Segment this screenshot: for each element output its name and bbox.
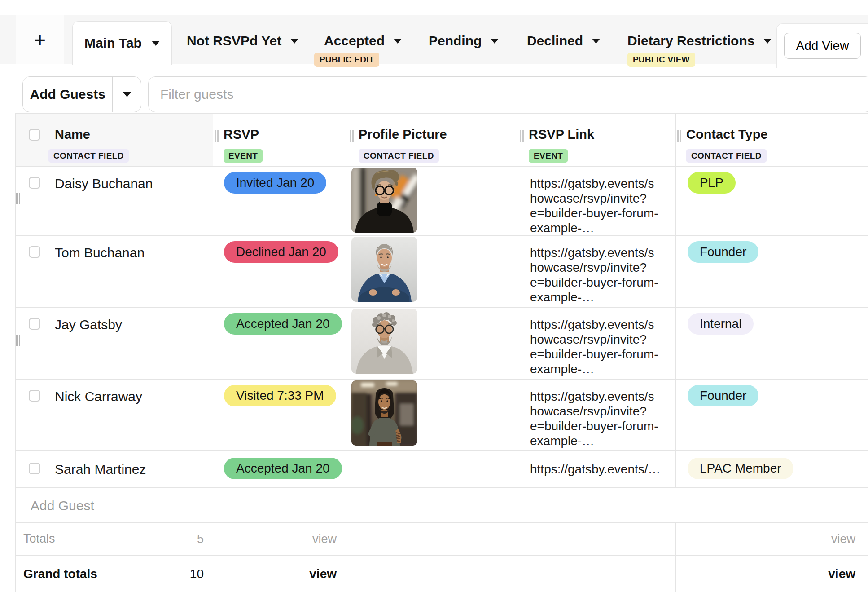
- row-checkbox[interactable]: [29, 246, 40, 258]
- guest-list-app: + Main Tab Not RSVPd Yet Accepted Pendin…: [0, 0, 868, 592]
- grid-line: [15, 487, 868, 488]
- grid-line: [15, 113, 868, 114]
- row-checkbox[interactable]: [29, 177, 40, 189]
- tab-main-tab[interactable]: Main Tab: [72, 21, 172, 65]
- tab-label: Main Tab: [84, 35, 142, 51]
- add-guest-row[interactable]: Add Guest: [31, 498, 94, 513]
- field-type-badge: CONTACT FIELD: [686, 149, 767, 163]
- rsvp-status-pill[interactable]: Accepted Jan 20: [224, 458, 342, 479]
- field-type-badge: CONTACT FIELD: [359, 149, 439, 163]
- column-header-rsvp[interactable]: RSVP: [224, 127, 259, 142]
- column-header-contact-type[interactable]: Contact Type: [686, 127, 768, 142]
- plus-icon: +: [34, 29, 46, 51]
- tab-not-rsvpd-yet[interactable]: Not RSVPd Yet: [187, 33, 298, 49]
- tab-accepted[interactable]: Accepted: [324, 33, 402, 49]
- grid-line: [15, 555, 868, 556]
- grid-line: [348, 522, 348, 592]
- contact-type-pill[interactable]: PLP: [688, 172, 736, 194]
- select-all-checkbox[interactable]: [29, 129, 40, 141]
- rsvp-status-pill[interactable]: Visited 7:33 PM: [224, 385, 336, 406]
- chevron-down-icon[interactable]: [394, 39, 402, 44]
- row-drag-handle-icon[interactable]: [16, 193, 20, 204]
- contact-type-pill[interactable]: LPAC Member: [688, 458, 793, 479]
- grid-line: [15, 450, 868, 451]
- add-view-panel: Add View: [776, 23, 868, 68]
- add-guests-button[interactable]: Add Guests: [23, 77, 112, 112]
- tab-label: Pending: [429, 33, 482, 49]
- contact-type-pill[interactable]: Founder: [688, 241, 758, 263]
- add-guests-split-button[interactable]: Add Guests: [22, 76, 141, 112]
- filter-guests-input[interactable]: [148, 76, 868, 112]
- row-checkbox[interactable]: [29, 463, 40, 474]
- contact-type-pill[interactable]: Internal: [688, 313, 754, 335]
- add-view-button[interactable]: Add View: [784, 33, 861, 59]
- grid-line: [518, 522, 518, 592]
- guest-name[interactable]: Sarah Martinez: [55, 462, 146, 477]
- profile-photo[interactable]: [351, 168, 417, 233]
- grid-line: [15, 522, 868, 523]
- tab-label: Not RSVPd Yet: [187, 33, 281, 49]
- public-view-badge: PUBLIC VIEW: [627, 53, 695, 67]
- grid-line: [15, 379, 868, 380]
- guest-name[interactable]: Daisy Buchanan: [55, 176, 153, 191]
- public-edit-badge: PUBLIC EDIT: [314, 53, 379, 67]
- totals-view-link[interactable]: view: [675, 532, 855, 546]
- grand-totals-view-link[interactable]: view: [675, 567, 855, 581]
- field-type-badge: EVENT: [529, 149, 568, 163]
- grid-line: [15, 113, 16, 592]
- grand-totals-view-link[interactable]: view: [213, 567, 337, 581]
- grid-line: [518, 113, 518, 487]
- row-checkbox[interactable]: [29, 390, 40, 402]
- row-drag-handle-icon[interactable]: [16, 335, 20, 346]
- tab-declined[interactable]: Declined: [527, 33, 600, 49]
- chevron-down-icon[interactable]: [592, 39, 600, 44]
- contact-type-pill[interactable]: Founder: [688, 385, 758, 406]
- grid-line: [213, 113, 213, 592]
- totals-view-link[interactable]: view: [213, 532, 337, 546]
- profile-photo[interactable]: [351, 380, 417, 446]
- grid-line: [15, 307, 868, 308]
- rsvp-status-pill[interactable]: Accepted Jan 20: [224, 313, 342, 335]
- grid-line: [15, 235, 868, 236]
- chevron-down-icon[interactable]: [290, 39, 298, 44]
- guest-name[interactable]: Jay Gatsby: [55, 317, 122, 332]
- totals-count: 5: [15, 532, 204, 546]
- chevron-down-icon: [123, 92, 131, 97]
- column-header-profile-picture[interactable]: Profile Picture: [359, 127, 447, 142]
- rsvp-link[interactable]: https://gatsby.events/s howcase/rsvp/inv…: [530, 176, 658, 235]
- column-header-name[interactable]: Name: [55, 127, 90, 142]
- chevron-down-icon[interactable]: [763, 39, 772, 44]
- guest-name[interactable]: Nick Carraway: [55, 389, 142, 404]
- tab-label: Accepted: [324, 33, 385, 49]
- column-drag-handle-icon[interactable]: [520, 130, 524, 142]
- profile-photo[interactable]: [351, 309, 417, 374]
- tab-label: Declined: [527, 33, 583, 49]
- grand-totals-count: 10: [15, 567, 204, 581]
- chevron-down-icon[interactable]: [491, 39, 499, 44]
- chevron-down-icon[interactable]: [152, 41, 160, 46]
- rsvp-link[interactable]: https://gatsby.events/s howcase/rsvp/inv…: [530, 317, 658, 376]
- add-guests-dropdown[interactable]: [113, 77, 141, 112]
- rsvp-status-pill[interactable]: Invited Jan 20: [224, 172, 326, 194]
- guest-name[interactable]: Tom Buchanan: [55, 245, 145, 261]
- field-type-badge: EVENT: [224, 149, 263, 163]
- tab-pending[interactable]: Pending: [429, 33, 499, 49]
- column-drag-handle-icon[interactable]: [677, 130, 681, 142]
- rsvp-link[interactable]: https://gatsby.events/…: [530, 462, 661, 477]
- field-type-badge: CONTACT FIELD: [48, 149, 129, 163]
- rsvp-link[interactable]: https://gatsby.events/s howcase/rsvp/inv…: [530, 245, 658, 305]
- grid-line: [348, 113, 348, 487]
- rsvp-status-pill[interactable]: Declined Jan 20: [224, 241, 338, 263]
- add-tab-button[interactable]: +: [16, 15, 64, 64]
- profile-photo[interactable]: [351, 237, 417, 302]
- column-header-rsvp-link[interactable]: RSVP Link: [529, 127, 594, 142]
- rsvp-link[interactable]: https://gatsby.events/s howcase/rsvp/inv…: [530, 389, 658, 448]
- grid-line: [675, 113, 676, 487]
- grid-line: [15, 166, 868, 167]
- tab-dietary-restrictions[interactable]: Dietary Restrictions: [627, 33, 772, 49]
- tab-label: Dietary Restrictions: [627, 33, 754, 49]
- row-checkbox[interactable]: [29, 318, 40, 330]
- column-drag-handle-icon[interactable]: [215, 130, 219, 142]
- column-drag-handle-icon[interactable]: [350, 130, 354, 142]
